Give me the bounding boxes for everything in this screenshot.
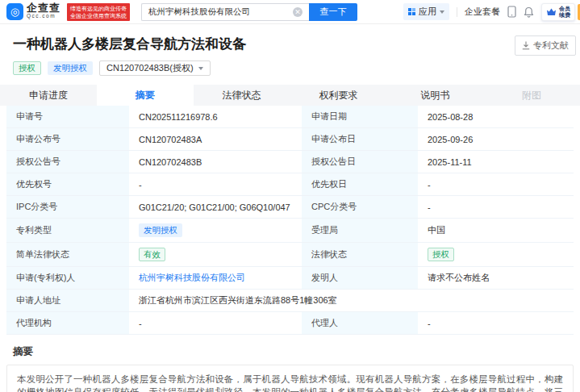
field-label: 申请公布号 — [6, 128, 129, 150]
tab-legal-status[interactable]: 法律状态 — [194, 85, 290, 106]
vip-label: 会员 续费 — [559, 6, 570, 19]
crown-icon — [546, 7, 557, 17]
tab-abstract[interactable]: 摘要 — [97, 85, 194, 106]
field-value: CN120702483A — [129, 128, 302, 150]
patent-number-select[interactable]: CN120702483B(授权) — [99, 60, 211, 76]
patent-number-value: CN120702483B(授权) — [106, 62, 194, 74]
brand-name: 企查查 — [27, 4, 61, 12]
chevron-down-icon — [198, 67, 203, 70]
qcc-logo-icon: ◎ — [6, 3, 23, 20]
field-label: 优先权日 — [302, 173, 418, 195]
field-label: 代理机构 — [6, 312, 129, 334]
field-label: CPC分类号 — [302, 196, 418, 218]
table-row: 申请(专利权)人 杭州宇树科技股份有限公司 发明人 请求不公布姓名 — [6, 267, 574, 290]
patent-tags-row: 授权 发明授权 CN120702483B(授权) — [13, 60, 567, 76]
tab-claims[interactable]: 权利要求 — [290, 85, 386, 106]
table-row: 授权公告号 CN120702483B 授权公告日 2025-11-11 — [6, 151, 574, 173]
qcc-logo[interactable]: ◎ 企查查 Qcc.com 缔造有远见的商业传奇 全国企业信用查询系统 — [6, 3, 130, 21]
field-value: 2025-08-28 — [418, 106, 574, 127]
field-label: 优先权号 — [6, 173, 129, 195]
field-label: 申请(专利权)人 — [6, 267, 129, 289]
field-value: - — [418, 196, 574, 218]
field-label: 专利类型 — [6, 219, 129, 242]
search-input[interactable] — [141, 3, 309, 21]
field-value: 2025-09-26 — [418, 128, 574, 150]
field-label: 简单法律状态 — [6, 243, 129, 266]
abstract-heading: 摘要 — [13, 345, 567, 359]
patent-document-button[interactable]: 专利文献 — [515, 35, 576, 56]
header-right-nav: 应用 企业套餐 会员 续费 — [403, 3, 580, 21]
field-value: G01C21/20; G01C21/00; G06Q10/047 — [129, 196, 302, 218]
field-label: 授权公告号 — [6, 151, 129, 173]
notifications-bell-icon[interactable] — [524, 6, 534, 18]
patent-type-badge: 发明授权 — [139, 223, 182, 237]
patent-document-label: 专利文献 — [533, 40, 569, 52]
brand-domain: Qcc.com — [27, 12, 61, 20]
table-row: 申请公布号 CN120702483A 申请公布日 2025-09-26 — [6, 128, 574, 151]
brand-slogan: 缔造有远见的商业传奇 全国企业信用查询系统 — [67, 3, 130, 21]
field-label: 授权公告日 — [302, 151, 418, 173]
field-label: 代理人 — [302, 312, 418, 334]
field-value: CN120702483B — [129, 151, 302, 173]
apps-label: 应用 — [419, 6, 436, 18]
detail-tabbar: 申请进度 摘要 法律状态 权利要求 说明书 附图 — [0, 85, 580, 106]
field-value: 杭州宇树科技股份有限公司 — [129, 267, 302, 289]
status-badge-granted: 授权 — [13, 61, 41, 75]
field-label: 申请日期 — [302, 106, 418, 127]
slogan-line2: 全国企业信用查询系统 — [70, 12, 127, 19]
table-row: 申请号 CN202511216978.6 申请日期 2025-08-28 — [6, 106, 574, 128]
field-label: 申请公布日 — [302, 128, 418, 150]
type-badge-invention: 发明授权 — [48, 61, 93, 75]
clear-search-icon[interactable]: ✕ — [293, 7, 303, 17]
vip-line2: 续费 — [559, 12, 570, 19]
tab-figures: 附图 — [483, 85, 580, 106]
search-button[interactable]: 查一下 — [309, 3, 357, 21]
abstract-text: 本发明公开了一种机器人多楼层复合导航方法和设备，属于机器人导航技术领域。现有机器… — [6, 365, 574, 392]
top-header: ◎ 企查查 Qcc.com 缔造有远见的商业传奇 全国企业信用查询系统 ✕ 查一… — [0, 0, 580, 24]
applicant-company-link[interactable]: 杭州宇树科技股份有限公司 — [139, 272, 245, 284]
table-row: 简单法律状态 有效 法律状态 授权 — [6, 243, 574, 267]
field-label: 申请号 — [6, 106, 129, 127]
table-row: IPC分类号 G01C21/20; G01C21/00; G06Q10/047 … — [6, 196, 574, 219]
tab-description[interactable]: 说明书 — [386, 85, 483, 106]
legal-status-badge: 授权 — [428, 248, 454, 261]
qcc-logo-text: 企查查 Qcc.com — [27, 4, 61, 20]
field-value: - — [129, 173, 302, 195]
enterprise-package-link[interactable]: 企业套餐 — [465, 6, 500, 18]
vip-line1: 会员 — [559, 6, 570, 12]
field-value: 2025-11-11 — [418, 151, 574, 173]
field-value: - — [418, 312, 574, 334]
table-row: 专利类型 发明授权 受理局 中国 — [6, 219, 574, 243]
field-value: - — [129, 312, 302, 334]
field-label: 申请人地址 — [6, 290, 129, 311]
field-value: - — [418, 173, 574, 195]
field-value: 中国 — [418, 219, 574, 242]
field-label: 法律状态 — [302, 243, 418, 266]
tab-application-progress[interactable]: 申请进度 — [0, 85, 97, 106]
patent-header-section: 一种机器人多楼层复合导航方法和设备 授权 发明授权 CN120702483B(授… — [0, 24, 580, 83]
field-value: 请求不公布姓名 — [418, 267, 574, 289]
company-search: ✕ 查一下 — [141, 3, 357, 21]
chevron-down-icon — [440, 10, 444, 14]
field-value: 授权 — [418, 243, 574, 266]
table-row: 优先权号 - 优先权日 - — [6, 173, 574, 196]
vip-renew-button[interactable]: 会员 续费 — [541, 3, 575, 21]
apps-menu[interactable]: 应用 — [403, 3, 449, 20]
apps-grid-icon — [408, 8, 415, 15]
field-label: IPC分类号 — [6, 196, 129, 218]
field-label: 发明人 — [302, 267, 418, 289]
slogan-line1: 缔造有远见的商业传奇 — [70, 5, 127, 12]
field-value: CN202511216978.6 — [129, 106, 302, 127]
download-icon — [522, 41, 530, 50]
field-value: 发明授权 — [129, 219, 302, 242]
table-row: 代理机构 - 代理人 - — [6, 312, 574, 335]
mobile-app-icon[interactable] — [507, 6, 516, 18]
page-title: 一种机器人多楼层复合导航方法和设备 — [13, 35, 567, 53]
divider — [457, 7, 457, 17]
field-label: 受理局 — [302, 219, 418, 242]
patent-info-table: 申请号 CN202511216978.6 申请日期 2025-08-28 申请公… — [6, 106, 574, 335]
field-value: 有效 — [129, 243, 302, 266]
field-value: 浙江省杭州市滨江区西兴街道东流路88号1幢306室 — [129, 290, 574, 311]
table-row: 申请人地址 浙江省杭州市滨江区西兴街道东流路88号1幢306室 — [6, 290, 574, 312]
simple-legal-status-badge: 有效 — [139, 248, 165, 261]
